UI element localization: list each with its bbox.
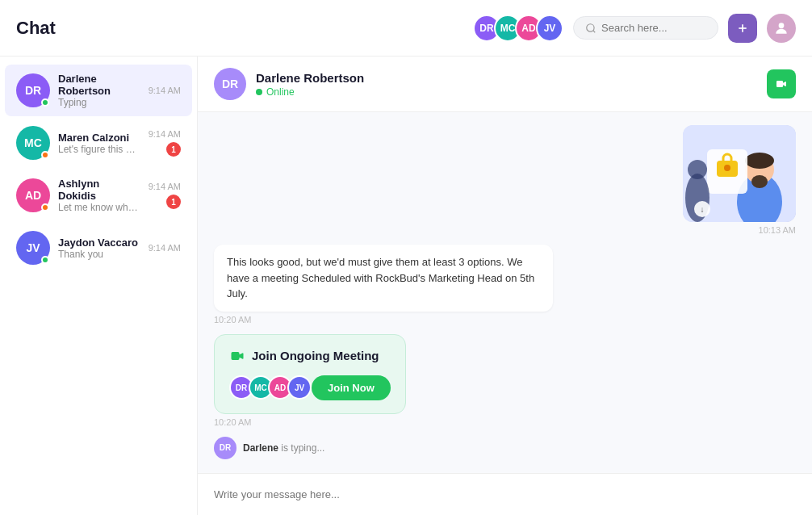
message-time: 10:13 AM	[759, 225, 796, 235]
contact-info-darlene: Darlene Robertson Typing	[58, 73, 140, 108]
contact-time: 9:14 AM	[149, 243, 181, 253]
status-busy-dot	[41, 151, 49, 159]
contact-name: Ashlynn Dokidis	[58, 178, 140, 202]
svg-point-13	[724, 165, 730, 171]
message-time: 10:20 AM	[214, 315, 553, 324]
status-busy-dot	[41, 203, 49, 211]
chat-contact-status: Online	[256, 86, 364, 98]
search-input[interactable]	[601, 22, 706, 34]
svg-point-15	[688, 160, 707, 179]
video-icon	[229, 348, 245, 364]
contact-item-ashlynn[interactable]: AD Ashlynn Dokidis Let me know when can.…	[5, 170, 192, 221]
contact-info-maren: Maren Calzoni Let's figure this out.	[58, 132, 140, 155]
header-actions: DR MC AD JV	[473, 14, 796, 43]
chat-contact-avatar: DR	[214, 68, 246, 100]
contact-preview: Let me know when can...	[58, 202, 140, 213]
message-text: This looks good, but we'd must give them…	[214, 245, 796, 324]
contact-avatar-ashlynn: AD	[16, 178, 50, 212]
contact-name: Darlene Robertson	[58, 73, 140, 97]
meeting-participants: DR MC AD JV	[229, 375, 312, 400]
message-meeting: Join Ongoing Meeting DR MC AD JV Join No…	[214, 334, 796, 427]
unread-badge: 1	[166, 195, 181, 209]
contact-name: Jaydon Vaccaro	[58, 237, 140, 249]
message-bubble: This looks good, but we'd must give them…	[214, 245, 553, 312]
participant-avatar-4: JV	[287, 375, 312, 400]
contact-avatar-maren: MC	[16, 126, 50, 160]
image-attachment: ↓	[683, 125, 796, 222]
contact-name: Maren Calzoni	[58, 132, 140, 144]
contact-time: 9:14 AM	[149, 86, 181, 95]
svg-text:↓: ↓	[701, 205, 705, 214]
chat-header: DR Darlene Robertson Online	[198, 57, 812, 112]
message-input[interactable]	[214, 484, 796, 505]
contact-time: 9:14 AM	[149, 182, 181, 191]
svg-point-9	[745, 153, 774, 169]
meeting-card: Join Ongoing Meeting DR MC AD JV Join No…	[214, 334, 406, 414]
chat-input-area	[198, 473, 812, 515]
user-avatar[interactable]	[767, 14, 796, 43]
meeting-card-title: Join Ongoing Meeting	[229, 348, 391, 364]
contact-item-jaydon[interactable]: JV Jaydon Vaccaro Thank you 9:14 AM	[5, 223, 192, 273]
chat-header-left: DR Darlene Robertson Online	[214, 68, 364, 100]
status-online-dot	[41, 256, 49, 264]
message-image: ↓ 10:13 AM	[214, 125, 796, 235]
unread-badge: 1	[166, 142, 181, 157]
svg-line-1	[593, 30, 596, 32]
typing-text: Darlene is typing...	[243, 442, 324, 454]
contact-avatar-jaydon: JV	[16, 231, 50, 265]
contact-info-jaydon: Jaydon Vaccaro Thank you	[58, 237, 140, 260]
image-message-wrapper: ↓ 10:13 AM	[683, 125, 796, 235]
online-dot	[256, 89, 262, 95]
typing-avatar: DR	[214, 437, 236, 459]
meeting-message-wrapper: Join Ongoing Meeting DR MC AD JV Join No…	[214, 334, 406, 427]
contact-meta-darlene: 9:14 AM	[149, 86, 181, 95]
chat-contact-name: Darlene Robertson	[256, 71, 364, 85]
join-meeting-button[interactable]: Join Now	[312, 375, 391, 400]
svg-point-4	[779, 23, 785, 28]
text-message-wrapper: This looks good, but we'd must give them…	[214, 245, 553, 324]
contact-meta-ashlynn: 9:14 AM 1	[149, 182, 181, 209]
contact-info-ashlynn: Ashlynn Dokidis Let me know when can...	[58, 178, 140, 213]
main-layout: DR Darlene Robertson Typing 9:14 AM MC M…	[0, 57, 812, 515]
status-label: Online	[266, 86, 295, 98]
online-users-group: DR MC AD JV	[473, 15, 563, 42]
message-time: 10:20 AM	[214, 417, 406, 427]
chat-area: DR Darlene Robertson Online	[198, 57, 812, 515]
chat-contact-info: Darlene Robertson Online	[256, 71, 364, 98]
contact-preview: Typing	[58, 97, 140, 108]
group-avatar-4: JV	[536, 15, 563, 42]
contact-avatar-darlene: DR	[16, 73, 50, 107]
svg-point-8	[751, 175, 768, 188]
header: Chat DR MC AD JV	[0, 0, 812, 57]
video-call-button[interactable]	[767, 69, 796, 98]
search-bar	[573, 16, 718, 40]
contacts-sidebar: DR Darlene Robertson Typing 9:14 AM MC M…	[0, 57, 198, 515]
search-icon	[585, 23, 596, 34]
messages-container: ↓ 10:13 AM This looks good, but we'd mus…	[198, 112, 812, 473]
page-title: Chat	[16, 18, 56, 39]
status-online-dot	[41, 98, 49, 107]
contact-preview: Thank you	[58, 249, 140, 260]
contact-item-maren[interactable]: MC Maren Calzoni Let's figure this out. …	[5, 118, 192, 168]
typing-indicator: DR Darlene is typing...	[214, 437, 796, 459]
add-button[interactable]	[728, 14, 757, 43]
svg-point-0	[587, 23, 594, 31]
contact-meta-maren: 9:14 AM 1	[149, 129, 181, 157]
contact-meta-jaydon: 9:14 AM	[149, 243, 181, 253]
meeting-card-bottom: DR MC AD JV Join Now	[229, 375, 391, 400]
contact-item-darlene[interactable]: DR Darlene Robertson Typing 9:14 AM	[5, 65, 192, 116]
contact-time: 9:14 AM	[149, 129, 181, 139]
contact-preview: Let's figure this out.	[58, 144, 140, 155]
